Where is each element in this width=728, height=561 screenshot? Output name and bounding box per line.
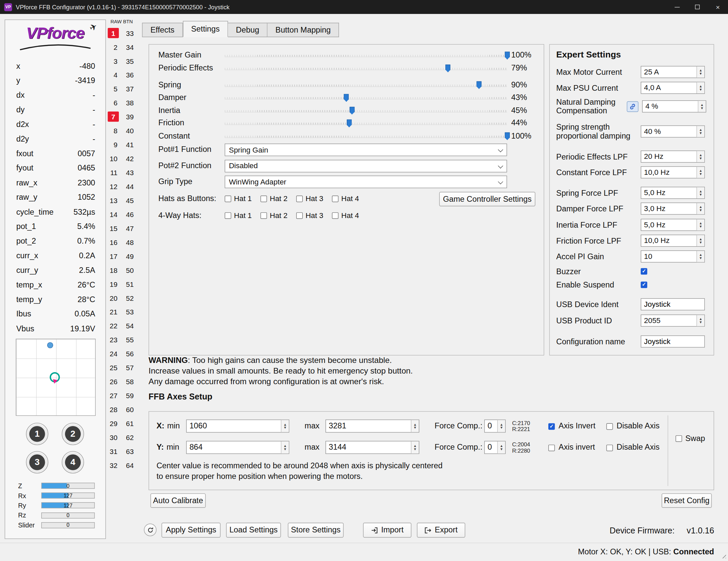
damper-lpf-input[interactable]: 3,0 Hz ▲▼	[641, 203, 705, 215]
spinner-arrows[interactable]: ▲▼	[696, 187, 704, 198]
slider-track[interactable]	[225, 123, 507, 125]
usb-device-ident-input[interactable]	[641, 299, 705, 311]
tab[interactable]: Settings	[183, 21, 228, 37]
spinner-arrows[interactable]: ▲▼	[696, 82, 704, 93]
store-settings-button[interactable]: Store Settings	[288, 523, 344, 538]
spinner-arrows[interactable]: ▲▼	[411, 420, 419, 432]
game-controller-settings-button[interactable]: Game Controller Settings	[439, 192, 535, 206]
swap-option[interactable]: Swap	[676, 434, 705, 443]
buzzer-checkbox[interactable]	[641, 268, 647, 275]
export-button[interactable]: Export	[417, 523, 465, 538]
slider-track[interactable]	[225, 97, 507, 99]
profile-button[interactable]: 3	[26, 451, 48, 473]
auto-calibrate-button[interactable]: Auto Calibrate	[150, 494, 206, 508]
spinner-arrows[interactable]: ▲▼	[497, 420, 505, 432]
hat-checkbox[interactable]	[296, 212, 303, 219]
spinner-arrows[interactable]: ▲▼	[698, 101, 706, 112]
slider-handle[interactable]	[349, 107, 354, 115]
accel-pi-gain-input[interactable]: 10 ▲▼	[641, 250, 705, 262]
slider-handle[interactable]	[505, 51, 510, 59]
hat-checkbox[interactable]	[225, 195, 231, 202]
hat-option[interactable]: Hat 2	[260, 211, 296, 219]
hat-checkbox[interactable]	[225, 212, 231, 219]
hat-checkbox[interactable]	[260, 212, 267, 219]
reset-config-button[interactable]: Reset Config	[662, 494, 712, 508]
hat-option[interactable]: Hat 3	[296, 194, 332, 203]
axis-max-input[interactable]: 3144 ▲▼	[325, 441, 419, 454]
spinner-arrows[interactable]: ▲▼	[696, 315, 704, 327]
dropdown-select[interactable]: WinWing Adapter	[225, 175, 507, 188]
max-psu-current-input[interactable]: 4,0 A ▲▼	[641, 82, 705, 94]
slider-track[interactable]	[225, 110, 507, 112]
spinner-arrows[interactable]: ▲▼	[696, 66, 704, 78]
slider-track[interactable]	[225, 67, 507, 70]
load-settings-button[interactable]: Load Settings	[226, 523, 281, 538]
enable-suspend-checkbox[interactable]	[641, 282, 647, 288]
spinner-arrows[interactable]: ▲▼	[497, 441, 505, 453]
hat-option[interactable]: Hat 3	[296, 211, 332, 219]
slider-handle[interactable]	[505, 132, 510, 140]
spinner-arrows[interactable]: ▲▼	[281, 420, 289, 432]
axis-min-input[interactable]: 1060 ▲▼	[186, 420, 289, 432]
link-icon[interactable]	[627, 101, 638, 112]
force-comp-input[interactable]: 0 ▲▼	[484, 441, 505, 454]
tab[interactable]: Button Mapping	[268, 23, 339, 37]
refresh-button[interactable]	[144, 524, 156, 536]
configuration-name-input[interactable]	[641, 335, 705, 347]
hat-checkbox[interactable]	[296, 195, 303, 202]
disable-axis-checkbox[interactable]	[606, 423, 613, 430]
slider-handle[interactable]	[445, 64, 450, 72]
axis-max-input[interactable]: 3281 ▲▼	[325, 420, 419, 432]
maximize-button[interactable]	[687, 0, 708, 14]
profile-button[interactable]: 1	[26, 423, 48, 445]
spinner-arrows[interactable]: ▲▼	[411, 441, 419, 453]
spinner-arrows[interactable]: ▲▼	[696, 219, 704, 231]
spinner-arrows[interactable]: ▲▼	[696, 251, 704, 262]
minimize-button[interactable]	[667, 0, 687, 14]
hat-option[interactable]: Hat 2	[260, 194, 296, 203]
tab[interactable]: Debug	[228, 23, 268, 37]
axis-min-input[interactable]: 864 ▲▼	[186, 441, 289, 454]
axis-invert-checkbox[interactable]	[548, 445, 555, 451]
force-comp-input[interactable]: 0 ▲▼	[484, 420, 505, 432]
hat-option[interactable]: Hat 4	[332, 211, 368, 219]
dropdown-select[interactable]: Disabled	[225, 159, 507, 172]
hat-option[interactable]: Hat 1	[225, 194, 261, 203]
profile-button[interactable]: 4	[62, 451, 84, 473]
friction-lpf-input[interactable]: 10,0 Hz ▲▼	[641, 234, 705, 246]
disable-axis-checkbox[interactable]	[606, 445, 613, 451]
spinner-arrows[interactable]: ▲▼	[696, 235, 704, 246]
hat-checkbox[interactable]	[332, 212, 339, 219]
hat-checkbox[interactable]	[260, 195, 267, 202]
spinner-arrows[interactable]: ▲▼	[696, 126, 704, 137]
inertia-lpf-input[interactable]: 5,0 Hz ▲▼	[641, 219, 705, 231]
resize-grip[interactable]	[720, 552, 726, 558]
close-button[interactable]: ×	[708, 0, 728, 14]
slider-handle[interactable]	[347, 119, 352, 127]
slider-handle[interactable]	[344, 94, 349, 102]
hat-checkbox[interactable]	[332, 195, 339, 202]
slider-handle[interactable]	[477, 81, 482, 89]
axis-invert-checkbox[interactable]	[548, 423, 555, 430]
dropdown-select[interactable]: Spring Gain	[225, 143, 507, 156]
apply-settings-button[interactable]: Apply Settings	[162, 523, 221, 538]
spinner-arrows[interactable]: ▲▼	[696, 151, 704, 162]
max-motor-current-input[interactable]: 25 A ▲▼	[641, 66, 705, 78]
profile-button[interactable]: 2	[62, 423, 84, 445]
slider-track[interactable]	[225, 55, 507, 57]
spinner-arrows[interactable]: ▲▼	[696, 167, 704, 178]
slider-track[interactable]	[225, 84, 507, 87]
hat-option[interactable]: Hat 4	[332, 194, 368, 203]
constant-lpf-input[interactable]: 10,0 Hz ▲▼	[641, 166, 705, 178]
spring-prop-damping-input[interactable]: 40 % ▲▼	[641, 125, 705, 137]
hat-option[interactable]: Hat 1	[225, 211, 261, 219]
spinner-arrows[interactable]: ▲▼	[696, 203, 704, 214]
periodic-lpf-input[interactable]: 20 Hz ▲▼	[641, 150, 705, 162]
usb-product-id-input[interactable]: 2055 ▲▼	[641, 315, 705, 327]
natural-damping-input[interactable]: 4 % ▲▼	[642, 100, 706, 112]
import-button[interactable]: Import	[363, 523, 411, 538]
swap-checkbox[interactable]	[676, 435, 682, 442]
slider-track[interactable]	[225, 136, 507, 138]
spring-lpf-input[interactable]: 5,0 Hz ▲▼	[641, 187, 705, 199]
tab[interactable]: Effects	[142, 23, 183, 37]
